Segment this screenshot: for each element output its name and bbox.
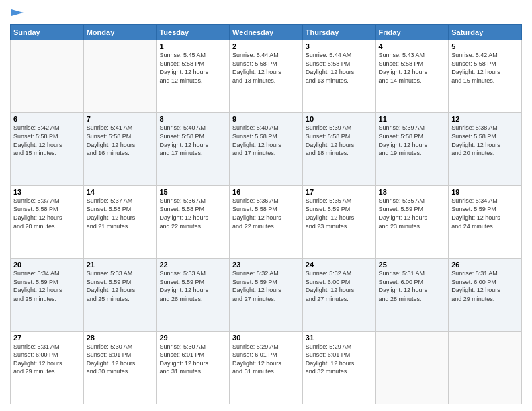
day-number: 26 bbox=[451, 261, 519, 269]
day-number: 11 bbox=[379, 115, 446, 123]
day-header-sunday: Sunday bbox=[11, 25, 84, 40]
day-cell-22: 22Sunrise: 5:33 AM Sunset: 5:59 PM Dayli… bbox=[157, 259, 230, 331]
day-info: Sunrise: 5:41 AM Sunset: 5:58 PM Dayligh… bbox=[87, 124, 154, 157]
day-info: Sunrise: 5:40 AM Sunset: 5:58 PM Dayligh… bbox=[159, 124, 226, 157]
day-cell-8: 8Sunrise: 5:40 AM Sunset: 5:58 PM Daylig… bbox=[157, 113, 230, 185]
day-cell-28: 28Sunrise: 5:30 AM Sunset: 6:01 PM Dayli… bbox=[83, 331, 157, 404]
day-cell-10: 10Sunrise: 5:39 AM Sunset: 5:58 PM Dayli… bbox=[302, 113, 375, 185]
day-cell-31: 31Sunrise: 5:29 AM Sunset: 6:01 PM Dayli… bbox=[302, 331, 375, 404]
day-cell-23: 23Sunrise: 5:32 AM Sunset: 5:59 PM Dayli… bbox=[230, 259, 303, 331]
day-cell-19: 19Sunrise: 5:34 AM Sunset: 5:59 PM Dayli… bbox=[449, 185, 522, 258]
day-cell-1: 1Sunrise: 5:45 AM Sunset: 5:58 PM Daylig… bbox=[157, 40, 230, 113]
day-info: Sunrise: 5:35 AM Sunset: 5:59 PM Dayligh… bbox=[306, 197, 373, 230]
day-cell-14: 14Sunrise: 5:37 AM Sunset: 5:58 PM Dayli… bbox=[83, 185, 157, 258]
day-cell-6: 6Sunrise: 5:42 AM Sunset: 5:58 PM Daylig… bbox=[11, 113, 84, 185]
day-number: 14 bbox=[87, 188, 154, 196]
day-cell-30: 30Sunrise: 5:29 AM Sunset: 6:01 PM Dayli… bbox=[230, 331, 303, 404]
day-info: Sunrise: 5:33 AM Sunset: 5:59 PM Dayligh… bbox=[159, 269, 226, 303]
day-cell-3: 3Sunrise: 5:44 AM Sunset: 5:58 PM Daylig… bbox=[302, 40, 375, 113]
empty-cell bbox=[449, 331, 522, 404]
week-row-4: 20Sunrise: 5:34 AM Sunset: 5:59 PM Dayli… bbox=[11, 259, 522, 331]
week-row-1: 1Sunrise: 5:45 AM Sunset: 5:58 PM Daylig… bbox=[11, 40, 522, 113]
day-header-thursday: Thursday bbox=[302, 25, 375, 40]
day-cell-29: 29Sunrise: 5:30 AM Sunset: 6:01 PM Dayli… bbox=[157, 331, 230, 404]
day-number: 7 bbox=[87, 115, 154, 123]
day-header-saturday: Saturday bbox=[449, 25, 522, 40]
day-info: Sunrise: 5:37 AM Sunset: 5:58 PM Dayligh… bbox=[87, 197, 154, 230]
day-header-wednesday: Wednesday bbox=[230, 25, 303, 40]
day-info: Sunrise: 5:30 AM Sunset: 6:01 PM Dayligh… bbox=[159, 342, 226, 376]
day-number: 18 bbox=[379, 188, 446, 196]
day-info: Sunrise: 5:31 AM Sunset: 6:00 PM Dayligh… bbox=[13, 342, 81, 376]
day-info: Sunrise: 5:37 AM Sunset: 5:58 PM Dayligh… bbox=[13, 197, 81, 230]
day-info: Sunrise: 5:40 AM Sunset: 5:58 PM Dayligh… bbox=[232, 124, 300, 157]
day-number: 24 bbox=[306, 261, 373, 269]
day-info: Sunrise: 5:32 AM Sunset: 6:00 PM Dayligh… bbox=[306, 269, 373, 303]
day-header-friday: Friday bbox=[375, 25, 449, 40]
day-header-tuesday: Tuesday bbox=[157, 25, 230, 40]
day-info: Sunrise: 5:36 AM Sunset: 5:58 PM Dayligh… bbox=[232, 197, 300, 230]
day-number: 3 bbox=[306, 42, 373, 50]
day-cell-17: 17Sunrise: 5:35 AM Sunset: 5:59 PM Dayli… bbox=[302, 185, 375, 258]
day-cell-5: 5Sunrise: 5:42 AM Sunset: 5:58 PM Daylig… bbox=[449, 40, 522, 113]
header bbox=[10, 7, 522, 19]
week-row-2: 6Sunrise: 5:42 AM Sunset: 5:58 PM Daylig… bbox=[11, 113, 522, 185]
day-info: Sunrise: 5:33 AM Sunset: 5:59 PM Dayligh… bbox=[87, 269, 154, 303]
header-row: SundayMondayTuesdayWednesdayThursdayFrid… bbox=[11, 25, 522, 40]
calendar-table: SundayMondayTuesdayWednesdayThursdayFrid… bbox=[10, 24, 522, 404]
day-info: Sunrise: 5:39 AM Sunset: 5:58 PM Dayligh… bbox=[379, 124, 446, 157]
day-cell-26: 26Sunrise: 5:31 AM Sunset: 6:00 PM Dayli… bbox=[449, 259, 522, 331]
day-cell-21: 21Sunrise: 5:33 AM Sunset: 5:59 PM Dayli… bbox=[83, 259, 157, 331]
day-number: 19 bbox=[451, 188, 519, 196]
day-cell-20: 20Sunrise: 5:34 AM Sunset: 5:59 PM Dayli… bbox=[11, 259, 84, 331]
day-number: 20 bbox=[13, 261, 81, 269]
day-cell-15: 15Sunrise: 5:36 AM Sunset: 5:58 PM Dayli… bbox=[157, 185, 230, 258]
day-info: Sunrise: 5:35 AM Sunset: 5:59 PM Dayligh… bbox=[379, 197, 446, 230]
logo bbox=[10, 7, 24, 19]
day-number: 21 bbox=[87, 261, 154, 269]
day-info: Sunrise: 5:30 AM Sunset: 6:01 PM Dayligh… bbox=[87, 342, 154, 376]
day-info: Sunrise: 5:34 AM Sunset: 5:59 PM Dayligh… bbox=[451, 197, 519, 230]
calendar-body: 1Sunrise: 5:45 AM Sunset: 5:58 PM Daylig… bbox=[11, 40, 522, 404]
day-number: 30 bbox=[232, 334, 300, 342]
day-info: Sunrise: 5:36 AM Sunset: 5:58 PM Dayligh… bbox=[159, 197, 226, 230]
day-cell-4: 4Sunrise: 5:43 AM Sunset: 5:58 PM Daylig… bbox=[375, 40, 449, 113]
week-row-3: 13Sunrise: 5:37 AM Sunset: 5:58 PM Dayli… bbox=[11, 185, 522, 258]
day-info: Sunrise: 5:45 AM Sunset: 5:58 PM Dayligh… bbox=[159, 51, 226, 85]
day-cell-27: 27Sunrise: 5:31 AM Sunset: 6:00 PM Dayli… bbox=[11, 331, 84, 404]
day-number: 12 bbox=[451, 115, 519, 123]
day-number: 27 bbox=[13, 334, 81, 342]
day-info: Sunrise: 5:44 AM Sunset: 5:58 PM Dayligh… bbox=[232, 51, 300, 85]
day-info: Sunrise: 5:29 AM Sunset: 6:01 PM Dayligh… bbox=[306, 342, 373, 376]
day-cell-24: 24Sunrise: 5:32 AM Sunset: 6:00 PM Dayli… bbox=[302, 259, 375, 331]
day-number: 8 bbox=[159, 115, 226, 123]
day-cell-13: 13Sunrise: 5:37 AM Sunset: 5:58 PM Dayli… bbox=[11, 185, 84, 258]
empty-cell bbox=[11, 40, 84, 113]
empty-cell bbox=[375, 331, 449, 404]
page: SundayMondayTuesdayWednesdayThursdayFrid… bbox=[0, 0, 532, 411]
calendar-header: SundayMondayTuesdayWednesdayThursdayFrid… bbox=[11, 25, 522, 40]
day-cell-9: 9Sunrise: 5:40 AM Sunset: 5:58 PM Daylig… bbox=[230, 113, 303, 185]
day-number: 9 bbox=[232, 115, 300, 123]
day-cell-16: 16Sunrise: 5:36 AM Sunset: 5:58 PM Dayli… bbox=[230, 185, 303, 258]
day-info: Sunrise: 5:32 AM Sunset: 5:59 PM Dayligh… bbox=[232, 269, 300, 303]
day-cell-18: 18Sunrise: 5:35 AM Sunset: 5:59 PM Dayli… bbox=[375, 185, 449, 258]
day-number: 16 bbox=[232, 188, 300, 196]
day-cell-12: 12Sunrise: 5:38 AM Sunset: 5:58 PM Dayli… bbox=[449, 113, 522, 185]
day-number: 29 bbox=[159, 334, 226, 342]
day-info: Sunrise: 5:29 AM Sunset: 6:01 PM Dayligh… bbox=[232, 342, 300, 376]
day-number: 2 bbox=[232, 42, 300, 50]
day-number: 10 bbox=[306, 115, 373, 123]
day-number: 25 bbox=[379, 261, 446, 269]
week-row-5: 27Sunrise: 5:31 AM Sunset: 6:00 PM Dayli… bbox=[11, 331, 522, 404]
day-number: 31 bbox=[306, 334, 373, 342]
day-info: Sunrise: 5:31 AM Sunset: 6:00 PM Dayligh… bbox=[379, 269, 446, 303]
day-info: Sunrise: 5:42 AM Sunset: 5:58 PM Dayligh… bbox=[13, 124, 81, 157]
day-info: Sunrise: 5:43 AM Sunset: 5:58 PM Dayligh… bbox=[379, 51, 446, 85]
day-info: Sunrise: 5:38 AM Sunset: 5:58 PM Dayligh… bbox=[451, 124, 519, 157]
day-info: Sunrise: 5:39 AM Sunset: 5:58 PM Dayligh… bbox=[306, 124, 373, 157]
day-number: 4 bbox=[379, 42, 446, 50]
day-cell-2: 2Sunrise: 5:44 AM Sunset: 5:58 PM Daylig… bbox=[230, 40, 303, 113]
empty-cell bbox=[83, 40, 157, 113]
day-cell-11: 11Sunrise: 5:39 AM Sunset: 5:58 PM Dayli… bbox=[375, 113, 449, 185]
